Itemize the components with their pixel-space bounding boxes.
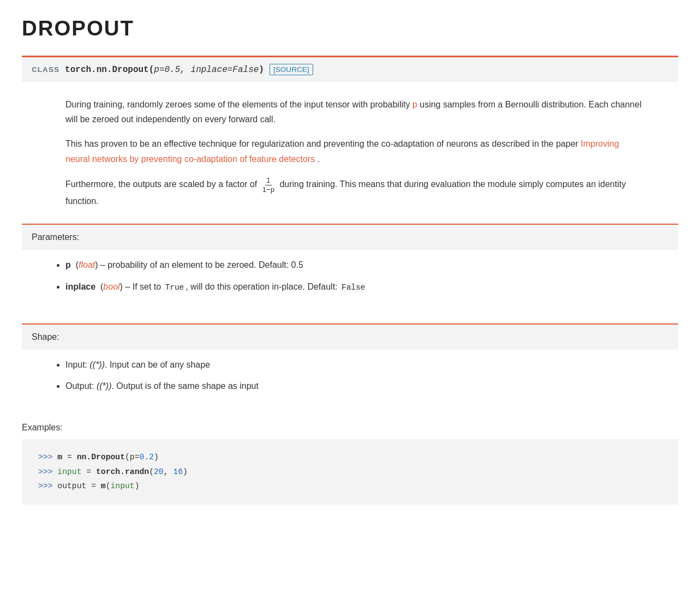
code-line-1: >>> m = nn.Dropout(p=0.2) — [38, 450, 662, 464]
description-para1: During training, randomly zeroes some of… — [65, 97, 645, 127]
code-line-2: >>> input = torch.randn(20, 16) — [38, 465, 662, 479]
page-title: DROPOUT — [22, 16, 678, 40]
description-para2: This has proven to be an effective techn… — [65, 136, 645, 166]
shape-input: Input: ((*)). Input can be of any shape — [65, 357, 678, 372]
param-inplace-type: bool — [103, 282, 119, 291]
shape-output: Output: ((*)). Output is of the same sha… — [65, 379, 678, 393]
shape-list: Input: ((*)). Input can be of any shape … — [22, 350, 678, 407]
param-p-name: p — [65, 260, 71, 269]
class-name: torch.nn.Dropout(p=0.5, inplace=False) — [65, 65, 264, 75]
shape-header: Shape: — [22, 325, 678, 350]
math-fraction: 1 1−p — [261, 176, 276, 194]
code-true: True — [164, 283, 186, 292]
description-section: During training, randomly zeroes some of… — [22, 97, 678, 208]
code-block: >>> m = nn.Dropout(p=0.2) >>> input = to… — [22, 439, 678, 504]
parameters-list: p (float) – probability of an element to… — [22, 250, 678, 308]
class-signature: CLASS torch.nn.Dropout(p=0.5, inplace=Fa… — [22, 56, 678, 82]
code-false: False — [340, 283, 367, 292]
examples-label: Examples: — [22, 423, 678, 433]
source-link[interactable]: [SOURCE] — [270, 64, 313, 75]
param-inplace-name: inplace — [65, 282, 95, 291]
description-para3: Furthermore, the outputs are scaled by a… — [65, 176, 645, 209]
examples-section: Examples: >>> m = nn.Dropout(p=0.2) >>> … — [22, 423, 678, 504]
param-p-type: float — [79, 260, 95, 269]
param-inplace: inplace (bool) – If set to True, will do… — [65, 279, 678, 294]
param-p: p (float) – probability of an element to… — [65, 257, 678, 272]
class-keyword: CLASS — [32, 65, 59, 74]
parameters-header: Parameters: — [22, 225, 678, 250]
code-line-3: >>> output = m(input) — [38, 479, 662, 493]
